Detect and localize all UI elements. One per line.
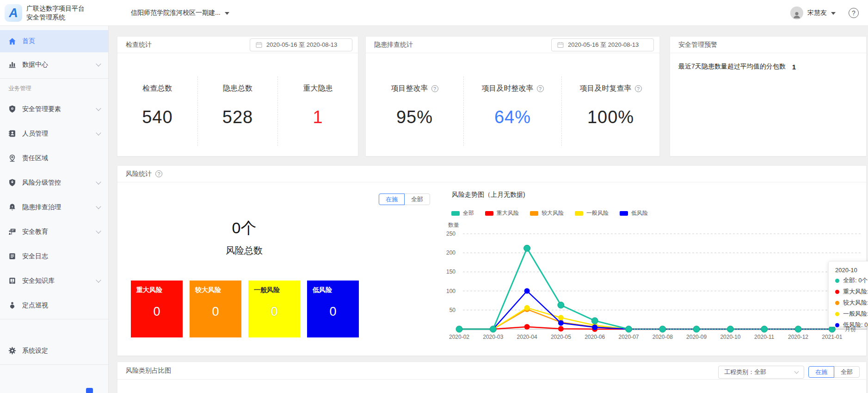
user-avatar[interactable] — [790, 6, 803, 19]
sidebar-item-数据中心[interactable]: 数据中心 — [0, 52, 108, 77]
svg-text:250: 250 — [446, 231, 456, 237]
help-icon[interactable]: ? — [431, 85, 438, 92]
stat-value: 540 — [142, 107, 172, 127]
sidebar-item-安全教育[interactable]: 安全教育 — [0, 219, 108, 244]
chevron-down-icon — [96, 228, 101, 233]
card-header: 风险统计 ? — [117, 166, 866, 182]
sidebar-item-风险分级管控[interactable]: 风险分级管控 — [0, 170, 108, 195]
help-icon[interactable]: ? — [635, 85, 642, 92]
risk-category-card: 风险类别占比图 工程类别：全部 在施全部 — [117, 362, 867, 393]
chevron-down-icon — [96, 179, 101, 184]
person-icon — [792, 10, 801, 19]
tooltip-series-value: 全部: 0个 — [843, 276, 868, 285]
hazard-icon — [8, 203, 16, 211]
chevron-down-icon — [96, 61, 101, 66]
risk-box-一般风险: 一般风险0 — [248, 281, 300, 337]
stat-item: 隐患总数528 — [197, 76, 278, 146]
sidebar-item-人员管理[interactable]: 人员管理 — [0, 121, 108, 146]
sidebar-item-责任区域[interactable]: 责任区域 — [0, 146, 108, 170]
inspection-stats-card: 检查统计 2020-05-16 至 2020-08-13 检查总数540隐患总数… — [117, 36, 358, 156]
project-type-select-value: 工程类别：全部 — [724, 368, 766, 376]
page: A 广联达数字项目平台 安全管理系统 信阳师范学院淮河校区一期建... 宋慧友 … — [0, 0, 868, 393]
chevron-down-icon — [96, 277, 101, 282]
svg-text:150: 150 — [446, 268, 456, 275]
caret-down-icon — [225, 12, 229, 17]
project-selector-label: 信阳师范学院淮河校区一期建... — [131, 9, 221, 17]
tooltip-row: 全部: 0个 — [835, 276, 868, 285]
sidebar-item-安全知识库[interactable]: 安全知识库 — [0, 268, 108, 293]
sidebar-item-系统设定[interactable]: 系统设定 — [0, 338, 108, 363]
stat-item: 检查总数540 — [117, 76, 197, 146]
risk-total-label: 风险总数 — [186, 244, 302, 257]
tooltip-row: 低风险: 0个 — [835, 321, 868, 329]
svg-text:2020-12: 2020-12 — [788, 334, 808, 340]
legend-swatch — [485, 211, 493, 216]
sidebar-item-label: 安全知识库 — [22, 277, 55, 285]
sidebar-section-label: 业务管理 — [0, 80, 108, 97]
card-title: 安全管理预警 — [678, 41, 717, 49]
sidebar-item-定点巡视[interactable]: 定点巡视 — [0, 293, 108, 318]
svg-text:2020-04: 2020-04 — [517, 334, 537, 340]
chevron-down-icon — [96, 204, 101, 209]
svg-text:2020-08: 2020-08 — [653, 334, 673, 340]
date-range-picker[interactable]: 2020-05-16 至 2020-08-13 — [551, 38, 654, 51]
stat-value: 528 — [222, 107, 253, 127]
svg-text:2020-10: 2020-10 — [720, 334, 740, 340]
help-icon[interactable]: ? — [849, 8, 859, 18]
card-title: 隐患排查统计 — [374, 41, 413, 49]
sidebar-item-label: 首页 — [22, 37, 35, 45]
toggle-button-在施[interactable]: 在施 — [808, 366, 834, 378]
safety-warning-card: 安全管理预警 最近7天隐患数量超过平均值的分包数 1 — [670, 36, 867, 156]
help-icon[interactable]: ? — [537, 85, 544, 92]
personnel-icon — [8, 130, 16, 137]
stat-label: 重大隐患 — [303, 84, 333, 94]
svg-text:50: 50 — [449, 307, 456, 313]
toggle-button-在施[interactable]: 在施 — [379, 193, 405, 205]
project-type-select[interactable]: 工程类别：全部 — [718, 366, 804, 379]
user-name[interactable]: 宋慧友 — [807, 9, 827, 17]
sidebar-item-安全日志[interactable]: 安全日志 — [0, 244, 108, 268]
svg-text:200: 200 — [446, 250, 456, 256]
sidebar-item-label: 定点巡视 — [22, 301, 48, 310]
safety-elements-icon — [8, 105, 16, 113]
toggle-button-全部[interactable]: 全部 — [834, 366, 860, 378]
hazard-stats-card: 隐患排查统计 2020-05-16 至 2020-08-13 项目整改率?95%… — [365, 36, 660, 156]
legend-swatch — [530, 211, 538, 216]
stat-label: 隐患总数 — [223, 84, 252, 94]
help-icon[interactable]: ? — [155, 170, 162, 177]
card-header: 检查统计 2020-05-16 至 2020-08-13 — [117, 37, 358, 53]
card-title: 检查统计 — [126, 41, 152, 49]
svg-text:2020-05: 2020-05 — [551, 334, 571, 340]
tooltip-series-value: 一般风险: 0个 — [843, 310, 868, 318]
risk-total: 0个 风险总数 — [186, 218, 302, 257]
svg-text:2020-07: 2020-07 — [618, 334, 639, 340]
patrol-icon — [8, 301, 16, 309]
education-icon — [8, 228, 16, 236]
sidebar-item-label: 系统设定 — [22, 347, 48, 355]
floating-button-partial[interactable] — [86, 388, 93, 393]
sidebar-item-安全管理要素[interactable]: 安全管理要素 — [0, 97, 108, 121]
card-header: 风险类别占比图 工程类别：全部 在施全部 — [117, 362, 866, 380]
warning-count: 1 — [792, 63, 796, 71]
project-selector[interactable]: 信阳师范学院淮河校区一期建... — [131, 0, 229, 26]
date-range-picker[interactable]: 2020-05-16 至 2020-08-13 — [250, 38, 352, 51]
logo-letter: A — [9, 6, 18, 20]
sidebar-item-label: 责任区域 — [22, 154, 48, 162]
chevron-down-icon — [794, 369, 799, 374]
legend-swatch — [451, 211, 460, 216]
risk-trend-chart[interactable]: 数量501001502002502020-022020-032020-04202… — [444, 216, 867, 350]
stat-value: 95% — [396, 107, 433, 127]
sidebar-item-label: 隐患排查治理 — [22, 203, 61, 212]
risk-box-value: 0 — [190, 305, 241, 319]
tooltip-series-dot — [835, 290, 839, 294]
stat-value: 1 — [313, 107, 323, 127]
app-title-line2: 安全管理系统 — [26, 13, 85, 22]
risk-stats-card: 风险统计 ? 在施全部 0个 风险总数 重大风险0较大风险0一般风险0低风险0 … — [117, 165, 867, 356]
sidebar-item-隐患排查治理[interactable]: 隐患排查治理 — [0, 195, 108, 219]
sidebar-item-首页[interactable]: 首页 — [0, 30, 108, 52]
toggle-button-全部[interactable]: 全部 — [404, 193, 430, 205]
svg-text:2020-09: 2020-09 — [686, 334, 707, 340]
risk-box-value: 0 — [248, 305, 300, 319]
stat-item: 项目及时整改率?64% — [463, 76, 561, 146]
tooltip-series-dot — [835, 301, 839, 305]
